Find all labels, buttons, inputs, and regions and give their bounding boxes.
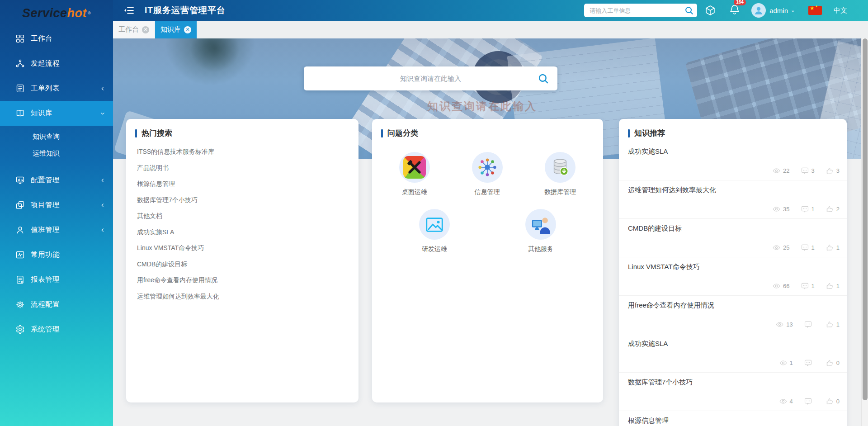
monitor-chart-icon xyxy=(15,175,25,185)
bell-icon[interactable] xyxy=(729,9,741,17)
thumb-up-icon xyxy=(826,166,834,175)
sidebar-item-config-mgmt[interactable]: 配置管理 xyxy=(0,168,113,193)
category-rd-ops[interactable]: 研发运维 xyxy=(419,209,450,253)
recommend-item-title[interactable]: 成功实施SLA xyxy=(628,147,668,156)
comments-stat xyxy=(804,320,815,329)
views-stat: 66 xyxy=(772,282,789,290)
sidebar-item-system-mgmt[interactable]: 系统管理 xyxy=(0,317,113,342)
sidebar-item-report-mgmt[interactable]: 报表管理 xyxy=(0,267,113,292)
hero-watermark: 知识查询请在此输入 xyxy=(427,99,537,114)
chevron-left-icon xyxy=(99,202,106,208)
sidebar-item-project-mgmt[interactable]: 项目管理 xyxy=(0,193,113,218)
knowledge-search-input[interactable] xyxy=(304,66,557,90)
category-other-services[interactable]: 其他服务 xyxy=(525,209,556,253)
hot-search-item[interactable]: 根源信息管理 xyxy=(137,176,348,192)
category-database-mgmt[interactable]: 数据库管理 xyxy=(544,152,576,196)
collapse-sidebar-icon[interactable] xyxy=(123,5,135,16)
avatar[interactable] xyxy=(751,3,766,18)
recommend-item-title[interactable]: 运维管理如何达到效率最大化 xyxy=(628,186,716,194)
person-computer-icon xyxy=(530,214,551,235)
china-flag-icon: ★★ xyxy=(808,6,822,15)
sidebar-item-process-config[interactable]: 流程配置 xyxy=(0,292,113,317)
caret-down-icon[interactable] xyxy=(790,8,796,13)
cube-icon[interactable] xyxy=(704,5,716,16)
hot-search-title: 热门搜索 xyxy=(142,128,172,138)
comment-icon xyxy=(801,205,809,213)
recommend-item[interactable]: Linux VMSTAT命令技巧 66 1 1 xyxy=(619,257,847,296)
card-title: 热门搜索 xyxy=(126,119,359,142)
close-icon[interactable]: ✕ xyxy=(142,26,149,33)
recommend-item-title[interactable]: 成功实施SLA xyxy=(628,340,668,348)
search-icon[interactable] xyxy=(684,5,694,15)
language-switch[interactable]: 中文 xyxy=(834,6,847,15)
knowledge-recommend-card: 知识推荐 成功实施SLA 22 3 3 运维管理如何达到效率最大化 35 1 2 xyxy=(619,119,847,426)
likes-stat: 0 xyxy=(826,359,840,367)
sidebar-subitem-knowledge-query[interactable]: 知识查询 xyxy=(0,128,113,145)
hot-search-item[interactable]: Linux VMSTAT命令技巧 xyxy=(137,240,348,256)
sidebar-item-label: 知识库 xyxy=(31,109,52,118)
notifications[interactable]: 164 xyxy=(729,4,741,17)
recommend-item-title[interactable]: CMDB的建设目标 xyxy=(628,224,682,233)
sidebar-item-label: 配置管理 xyxy=(31,175,60,185)
knowledge-submenu: 知识查询 运维知识 xyxy=(0,126,113,168)
sidebar-item-start-process[interactable]: 发起流程 xyxy=(0,51,113,76)
vertical-scrollbar[interactable] xyxy=(861,38,868,426)
recommend-item-title[interactable]: Linux VMSTAT命令技巧 xyxy=(628,263,700,271)
scrollbar-thumb[interactable] xyxy=(863,38,868,400)
hot-search-list: ITSS的信息技术服务标准库 产品说明书 根源信息管理 数据库管理7个小技巧 其… xyxy=(126,142,359,306)
sidebar-item-workbench[interactable]: 工作台 xyxy=(0,26,113,51)
hot-search-item[interactable]: 其他文档 xyxy=(137,208,348,224)
app-title: IT服务运营管理平台 xyxy=(145,5,226,16)
hot-search-item[interactable]: 数据库管理7个小技巧 xyxy=(137,192,348,208)
likes-stat: 0 xyxy=(826,397,840,406)
thumb-up-icon xyxy=(826,397,834,406)
hot-search-item[interactable]: 用free命令查看内存使用情况 xyxy=(137,272,348,289)
sidebar-subitem-ops-knowledge[interactable]: 运维知识 xyxy=(0,145,113,161)
username[interactable]: admin xyxy=(769,7,788,14)
hot-search-item[interactable]: 产品说明书 xyxy=(137,160,348,176)
brand-logo: Servicehot® xyxy=(0,0,113,26)
recommend-item[interactable]: 数据库管理7个小技巧 4 0 xyxy=(619,373,847,411)
close-icon[interactable]: ✕ xyxy=(184,26,191,33)
comments-stat: 1 xyxy=(801,282,815,290)
thumb-up-icon xyxy=(826,282,834,290)
category-info-mgmt[interactable]: 信息管理 xyxy=(472,152,503,196)
recommend-item[interactable]: 成功实施SLA 22 3 3 xyxy=(619,142,847,180)
hot-search-card: 热门搜索 ITSS的信息技术服务标准库 产品说明书 根源信息管理 数据库管理7个… xyxy=(126,119,359,402)
hot-search-item[interactable]: 成功实施SLA xyxy=(137,224,348,241)
likes-stat: 1 xyxy=(826,320,840,329)
recommend-item[interactable]: CMDB的建设目标 25 1 1 xyxy=(619,219,847,257)
sidebar-item-knowledge-base[interactable]: 知识库 xyxy=(0,101,113,126)
recommend-item-title[interactable]: 用free命令查看内存使用情况 xyxy=(628,301,714,310)
recommend-item-title[interactable]: 根源信息管理 xyxy=(628,417,669,425)
category-desktop-ops[interactable]: 桌面运维 xyxy=(399,152,430,196)
thumb-up-icon xyxy=(826,359,834,367)
recommend-item-title[interactable]: 数据库管理7个小技巧 xyxy=(628,378,693,387)
recommend-item[interactable]: 成功实施SLA 1 0 xyxy=(619,334,847,373)
sidebar-item-duty-mgmt[interactable]: 值班管理 xyxy=(0,218,113,242)
tab-knowledge-base[interactable]: 知识库 ✕ xyxy=(155,21,197,38)
brand-mark: ® xyxy=(88,11,91,15)
comments-stat xyxy=(804,359,815,367)
search-icon[interactable] xyxy=(537,72,549,85)
tab-workbench[interactable]: 工作台 ✕ xyxy=(113,21,155,38)
sidebar-item-ticket-list[interactable]: 工单列表 xyxy=(0,76,113,101)
copy-icon xyxy=(15,200,25,210)
hot-search-item[interactable]: ITSS的信息技术服务标准库 xyxy=(137,144,348,160)
sidebar-item-label: 值班管理 xyxy=(31,225,60,235)
category-label: 信息管理 xyxy=(472,188,503,196)
comments-stat: 3 xyxy=(801,166,815,175)
recommend-item[interactable]: 用free命令查看内存使用情况 13 1 xyxy=(619,296,847,334)
sidebar-item-common-functions[interactable]: 常用功能 xyxy=(0,242,113,267)
hot-search-item[interactable]: CMDB的建设目标 xyxy=(137,256,348,273)
sidebar-item-label: 报表管理 xyxy=(31,275,60,284)
recommend-item[interactable]: 根源信息管理 xyxy=(619,411,847,426)
recommend-list: 成功实施SLA 22 3 3 运维管理如何达到效率最大化 35 1 2 CMDB… xyxy=(619,142,847,426)
comment-icon xyxy=(801,243,809,252)
ticket-search-input[interactable] xyxy=(590,4,682,17)
problem-category-card: 问题分类 桌面运维 xyxy=(372,119,603,402)
hot-search-item[interactable]: 运维管理如何达到效率最大化 xyxy=(137,289,348,305)
flow-icon xyxy=(15,59,25,68)
category-label: 桌面运维 xyxy=(399,188,430,196)
recommend-item[interactable]: 运维管理如何达到效率最大化 35 1 2 xyxy=(619,180,847,219)
